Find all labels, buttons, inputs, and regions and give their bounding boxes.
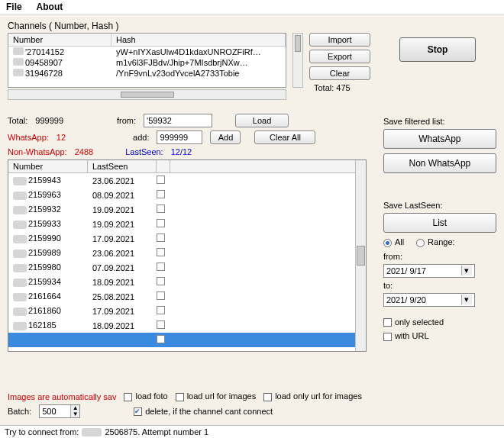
row-checkbox[interactable] (157, 176, 165, 184)
date-from-label: from: (383, 252, 496, 261)
auto-save-label: Images are automatically sav (8, 392, 116, 401)
load-foto-checkbox[interactable]: load foto (124, 391, 167, 401)
only-selected-checkbox[interactable]: only selected (383, 317, 444, 327)
numlist-row[interactable]: 16218518.09.2021 (8, 318, 366, 333)
save-lastseen-label: Save LastSeen: (383, 201, 496, 210)
numlist-row[interactable]: 215993219.09.2021 (8, 202, 366, 217)
menu-about[interactable]: About (37, 2, 63, 12)
row-checkbox[interactable] (157, 306, 165, 314)
numlist-row[interactable]: 216186017.09.2021 (8, 304, 366, 318)
clear-button[interactable]: Clear (309, 66, 370, 80)
whatsapp-label: WhatsApp: (8, 133, 49, 142)
numlist-row[interactable]: 215998923.06.2021 (8, 246, 366, 260)
status-bar: Try to connect from: 2506875. Attempt nu… (0, 425, 504, 438)
row-checkbox[interactable] (157, 219, 165, 227)
add-button[interactable]: Add (210, 130, 241, 144)
whatsapp-value: 12 (57, 133, 66, 142)
with-url-checkbox[interactable]: with URL (383, 331, 429, 340)
from-input[interactable] (144, 114, 212, 127)
save-whatsapp-button[interactable]: WhatsApp (383, 129, 496, 149)
import-button[interactable]: Import (309, 33, 370, 47)
dropdown-icon[interactable]: ▾ (461, 266, 472, 275)
redacted-icon (82, 428, 102, 436)
channels-col-hash[interactable]: Hash (111, 34, 286, 46)
channels-row[interactable]: '27014152yW+nIYXasUlw4D1kdaxUNROZFiRf… (8, 47, 286, 57)
clear-all-button[interactable]: Clear All (254, 130, 315, 144)
date-to-label: to: (383, 281, 496, 290)
nonwhatsapp-value: 2488 (75, 147, 93, 156)
dropdown-icon[interactable]: ▾ (461, 295, 472, 304)
channels-row[interactable]: 09458907m1v6l3FJBdv/Jhip+7MIsdbrjNXw… (8, 57, 286, 68)
add-input[interactable] (157, 130, 202, 144)
row-checkbox[interactable] (157, 277, 165, 285)
row-checkbox[interactable] (157, 262, 165, 271)
batch-spinner[interactable]: ▲▼ (39, 404, 80, 418)
lastseen-label: LastSeen: (125, 147, 163, 156)
total-label: Total: (8, 116, 27, 125)
numlist-row[interactable]: 215993319.09.2021 (8, 217, 366, 231)
row-checkbox[interactable] (157, 291, 165, 300)
channels-row[interactable]: 31946728/YnF9vnLv23odYvcelA2733Tobie (8, 68, 286, 79)
date-to-input[interactable]: 2021/ 9/20▾ (383, 293, 475, 307)
load-url-images-checkbox[interactable]: load url for images (176, 391, 257, 401)
row-checkbox[interactable] (157, 248, 165, 256)
lastseen-value: 12/12 (171, 147, 192, 156)
row-checkbox[interactable] (157, 190, 165, 198)
number-list[interactable]: Number LastSeen 215994323.06.20212159963… (8, 159, 367, 352)
numlist-row[interactable]: 216166425.08.2021 (8, 289, 366, 304)
load-button[interactable]: Load (235, 114, 289, 127)
row-checkbox[interactable] (157, 233, 165, 242)
numlist-row[interactable]: 215993418.09.2021 (8, 275, 366, 289)
numlist-row[interactable]: 215998007.09.2021 (8, 260, 366, 275)
from-label: from: (117, 116, 136, 125)
channels-total: Total: 475 (314, 83, 370, 92)
channels-title: Channels ( Number, Hash ) (8, 21, 496, 31)
radio-range[interactable]: Range: (416, 237, 454, 247)
menu-file[interactable]: File (6, 2, 22, 12)
channels-v-scroll[interactable] (292, 33, 303, 88)
total-value: 999999 (35, 116, 63, 125)
numlist-col-lastseen[interactable]: LastSeen (88, 160, 157, 172)
save-nonwhatsapp-button[interactable]: Non WhatsApp (383, 153, 496, 173)
list-button[interactable]: List (383, 213, 496, 233)
batch-label: Batch: (8, 407, 31, 416)
numlist-row[interactable]: 215994323.06.2021 (8, 173, 366, 188)
menubar: File About (0, 0, 504, 14)
numlist-row-selected[interactable] (8, 333, 366, 347)
batch-input[interactable] (40, 407, 70, 416)
numlist-row[interactable]: 215996308.09.2021 (8, 188, 366, 202)
radio-all[interactable]: All (383, 237, 404, 247)
date-from-input[interactable]: 2021/ 9/17▾ (383, 264, 475, 278)
save-filtered-label: Save filtered list: (383, 117, 496, 126)
channels-group: Channels ( Number, Hash ) Number Hash '2… (8, 21, 496, 100)
status-suffix: 2506875. Attempt number 1 (105, 427, 208, 436)
row-checkbox[interactable] (157, 205, 165, 213)
stop-button[interactable]: Stop (399, 37, 476, 62)
numlist-v-scroll[interactable] (355, 160, 366, 351)
status-prefix: Try to connect from: (5, 427, 79, 436)
row-checkbox[interactable] (157, 320, 165, 329)
add-label: add: (133, 133, 149, 142)
export-button[interactable]: Export (309, 50, 370, 63)
delete-cant-connect-checkbox[interactable]: delete, if the channel cant connect (134, 407, 273, 417)
nonwhatsapp-label: Non-WhatsApp: (8, 147, 67, 156)
channels-col-number[interactable]: Number (8, 34, 111, 46)
load-only-url-checkbox[interactable]: load only url for images (263, 391, 362, 401)
row-checkbox[interactable] (157, 335, 165, 343)
numlist-row[interactable]: 215999017.09.2021 (8, 231, 366, 246)
channels-table[interactable]: Number Hash '27014152yW+nIYXasUlw4D1kdax… (8, 33, 286, 88)
numlist-col-number[interactable]: Number (8, 160, 88, 172)
channels-h-scroll[interactable] (8, 89, 286, 100)
